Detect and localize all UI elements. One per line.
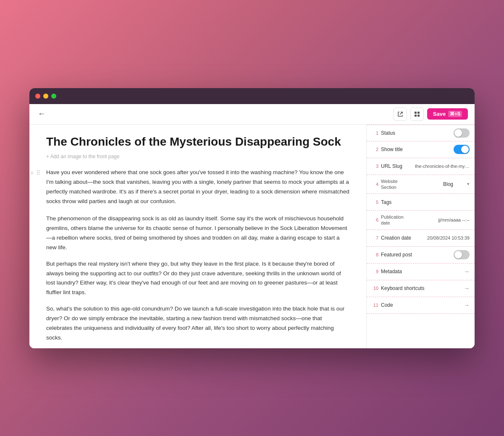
url-slug-value[interactable]: the-chronicles-of-the-myster [415, 164, 470, 169]
paragraph-block-1[interactable]: + ⠿ Have you ever wondered where that on… [46, 168, 349, 206]
publication-date-label: Publicationdate [381, 214, 404, 226]
publication-date-input[interactable] [415, 217, 470, 222]
sidebar-row-featured-post: 8 Featured post [367, 247, 475, 264]
sidebar-row-publication-date: 6 Publicationdate [367, 211, 475, 230]
code-label: Code [381, 302, 393, 308]
sidebar-row-keyboard-shortcuts[interactable]: 10 Keyboard shortcuts → [367, 280, 475, 297]
show-title-toggle[interactable] [454, 145, 470, 154]
sidebar-row-website-section: 4 WebsiteSection Blog News Featured ▾ [367, 175, 475, 194]
sidebar-row-tags: 5 Tags [367, 194, 475, 211]
chevron-down-icon: ▾ [467, 181, 470, 187]
featured-post-label: Featured post [381, 252, 412, 258]
svg-rect-0 [415, 112, 417, 114]
browser-content: ← Save ⌘+S [29, 104, 475, 348]
url-slug-label: URL Slug [381, 163, 402, 169]
block-controls: + ⠿ [29, 169, 41, 177]
browser-window: ← Save ⌘+S [29, 88, 475, 348]
sidebar-panel: 1 Status 2 Show title [366, 125, 475, 348]
keyboard-shortcuts-arrow-icon: → [464, 285, 470, 292]
paragraph-2[interactable]: The phenomenon of the disappearing sock … [46, 214, 349, 253]
main-area: The Chronicles of the Mysterious Disappe… [29, 125, 475, 348]
minimize-button[interactable] [43, 94, 48, 99]
creation-date-value: 20/08/2024 10:53:39 [427, 235, 470, 240]
save-button[interactable]: Save ⌘+S [427, 108, 468, 120]
metadata-label: Metadata [381, 269, 402, 274]
creation-date-label: Creation date [381, 235, 411, 241]
article-title[interactable]: The Chronicles of the Mysterious Disappe… [46, 135, 349, 149]
toolbar-left: ← [36, 108, 47, 120]
article-body[interactable]: + ⠿ Have you ever wondered where that on… [46, 168, 349, 348]
website-section-select[interactable]: Blog News Featured [443, 181, 470, 187]
external-link-button[interactable] [394, 107, 407, 121]
save-shortcut: ⌘+S [448, 111, 462, 117]
save-label: Save [433, 111, 446, 117]
toolbar-right: Save ⌘+S [394, 107, 468, 121]
grid-view-button[interactable] [410, 107, 424, 121]
sidebar-row-status: 1 Status [367, 125, 475, 141]
keyboard-shortcuts-label: Keyboard shortcuts [381, 285, 424, 291]
metadata-arrow-icon: → [464, 268, 470, 275]
svg-rect-1 [417, 112, 420, 114]
sidebar-row-show-title: 2 Show title [367, 141, 475, 158]
paragraph-4[interactable]: So, what's the solution to this age-old … [46, 304, 349, 343]
code-arrow-icon: → [464, 302, 470, 308]
tags-input[interactable] [428, 199, 470, 205]
sidebar-row-metadata[interactable]: 9 Metadata → [367, 264, 475, 280]
status-toggle[interactable] [454, 128, 470, 138]
traffic-lights [35, 94, 56, 99]
sidebar-row-url-slug: 3 URL Slug the-chronicles-of-the-myster [367, 158, 475, 175]
svg-rect-2 [415, 115, 417, 117]
drag-block-button[interactable]: ⠿ [35, 169, 41, 177]
svg-rect-3 [417, 115, 420, 117]
website-section-label: WebsiteSection [381, 178, 398, 191]
back-button[interactable]: ← [36, 108, 47, 120]
paragraph-3[interactable]: But perhaps the real mystery isn't where… [46, 259, 349, 298]
editor-panel[interactable]: The Chronicles of the Mysterious Disappe… [29, 125, 366, 348]
paragraph-1[interactable]: Have you ever wondered where that one so… [46, 168, 349, 206]
titlebar [29, 88, 475, 104]
tags-label: Tags [381, 199, 391, 205]
sidebar-row-creation-date: 7 Creation date 20/08/2024 10:53:39 [367, 230, 475, 247]
maximize-button[interactable] [51, 94, 56, 99]
add-block-button[interactable]: + [29, 169, 34, 177]
website-section-select-wrap: Blog News Featured ▾ [443, 181, 470, 187]
close-button[interactable] [35, 94, 40, 99]
top-toolbar: ← Save ⌘+S [29, 104, 475, 125]
show-title-label: Show title [381, 146, 403, 152]
sidebar-row-code[interactable]: 11 Code → [367, 297, 475, 314]
add-image-link[interactable]: + Add an image to the front page [46, 154, 349, 159]
status-label: Status [381, 130, 395, 136]
featured-post-toggle[interactable] [454, 250, 470, 259]
